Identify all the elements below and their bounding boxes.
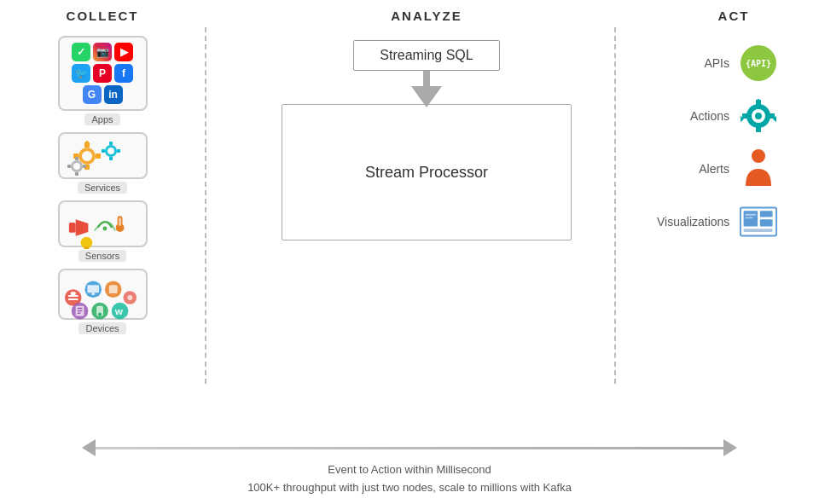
sensors-icon-box: [58, 200, 148, 247]
arrow-head: [411, 86, 442, 107]
google-icon: G: [83, 85, 102, 104]
svg-rect-16: [75, 172, 78, 176]
apps-icon-box: ✓ 📷 ▶ 🐦 P f G in: [58, 36, 148, 111]
svg-rect-62: [760, 211, 773, 217]
youtube-icon: ▶: [114, 43, 133, 61]
devices-label: Devices: [78, 322, 125, 334]
footer-line1: Event to Action within Millisecond: [247, 461, 572, 479]
analyze-column: Streaming SQL Stream Processor: [205, 27, 648, 435]
svg-rect-9: [109, 142, 113, 145]
diagram-container: COLLECT ANALYZE ACT ✓ 📷 ▶ 🐦 P f G in: [0, 0, 819, 504]
act-column: APIs {API} Actions: [648, 27, 819, 435]
svg-rect-63: [760, 219, 773, 226]
services-label: Services: [78, 182, 127, 194]
bottom-area: Event to Action within Millisecond 100K+…: [0, 435, 819, 504]
services-icon-box: [58, 132, 148, 179]
svg-point-59: [752, 149, 765, 163]
arrow-line: [96, 447, 723, 449]
svg-rect-53: [742, 113, 747, 119]
svg-rect-28: [67, 295, 78, 297]
svg-point-8: [107, 148, 114, 154]
svg-rect-5: [96, 154, 101, 159]
svg-point-25: [80, 237, 92, 249]
twitter-icon: 🐦: [72, 64, 90, 83]
actions-label: Actions: [657, 109, 729, 123]
devices-icon-box: W: [58, 269, 148, 320]
svg-rect-26: [84, 247, 89, 249]
svg-rect-11: [102, 149, 105, 153]
svg-rect-64: [744, 229, 773, 232]
header-collect: COLLECT: [0, 9, 205, 23]
stream-processor-box: Stream Processor: [282, 104, 572, 240]
api-icon: {API}: [740, 44, 777, 82]
instagram-icon: 📷: [93, 43, 112, 61]
whatsapp-icon: ✓: [72, 43, 90, 61]
svg-rect-18: [83, 165, 86, 168]
svg-rect-30: [70, 292, 75, 295]
svg-rect-35: [108, 285, 117, 293]
pinterest-icon: P: [93, 64, 112, 83]
arrow-left-head: [82, 439, 96, 456]
sensors-item: Sensors: [58, 200, 148, 262]
act-apis-item: APIs {API}: [657, 44, 793, 82]
svg-rect-66: [746, 217, 753, 219]
actions-gear-icon: [740, 97, 777, 135]
arrow-right-head: [723, 439, 737, 456]
svg-point-43: [98, 313, 102, 316]
act-alerts-item: Alerts: [657, 150, 793, 188]
visualizations-label: Visualizations: [657, 215, 729, 229]
svg-rect-24: [119, 217, 121, 226]
svg-point-1: [82, 151, 92, 161]
svg-rect-61: [744, 211, 758, 226]
svg-rect-29: [67, 298, 78, 300]
collect-column: ✓ 📷 ▶ 🐦 P f G in Apps: [0, 27, 205, 435]
footer-text: Event to Action within Millisecond 100K+…: [247, 461, 572, 497]
header-row: COLLECT ANALYZE ACT: [0, 0, 819, 27]
svg-rect-38: [77, 308, 82, 309]
header-act: ACT: [648, 9, 819, 23]
arrow-connector: [411, 69, 442, 107]
svg-text:W: W: [114, 307, 123, 316]
svg-marker-19: [75, 219, 88, 236]
svg-rect-12: [117, 149, 120, 153]
alerts-person-icon: [740, 150, 777, 188]
svg-rect-52: [756, 127, 761, 132]
header-analyze: ANALYZE: [205, 9, 648, 23]
svg-rect-33: [91, 293, 95, 295]
svg-rect-10: [109, 157, 113, 160]
linkedin-icon: in: [104, 85, 123, 104]
apis-label: APIs: [657, 56, 729, 70]
streaming-sql-box: Streaming SQL: [353, 40, 499, 71]
main-row: ✓ 📷 ▶ 🐦 P f G in Apps: [0, 27, 819, 435]
svg-rect-39: [77, 310, 82, 311]
act-visualizations-item: Visualizations: [657, 203, 793, 240]
svg-rect-40: [77, 313, 80, 314]
apps-item: ✓ 📷 ▶ 🐦 P f G in Apps: [58, 36, 148, 125]
svg-rect-17: [67, 165, 71, 168]
facebook-icon: f: [114, 64, 133, 83]
svg-rect-20: [68, 223, 75, 233]
services-item: Services: [58, 132, 148, 194]
devices-item: W Devices: [58, 269, 148, 334]
apps-label: Apps: [84, 113, 119, 125]
act-actions-item: Actions: [657, 97, 793, 135]
svg-point-21: [102, 227, 107, 231]
arrow-stem: [423, 69, 430, 86]
svg-rect-15: [75, 157, 78, 160]
footer-line2: 100K+ throughput with just two nodes, sc…: [247, 479, 572, 497]
svg-point-14: [73, 163, 80, 170]
horizontal-arrow: [82, 439, 737, 456]
sensors-label: Sensors: [78, 250, 126, 262]
visualizations-dashboard-icon: [740, 203, 777, 240]
api-badge: {API}: [741, 45, 776, 81]
svg-rect-65: [746, 214, 757, 216]
alerts-label: Alerts: [657, 162, 729, 176]
svg-point-50: [755, 113, 762, 119]
svg-point-47: [127, 295, 132, 300]
svg-rect-32: [87, 285, 99, 293]
svg-rect-54: [770, 113, 775, 119]
